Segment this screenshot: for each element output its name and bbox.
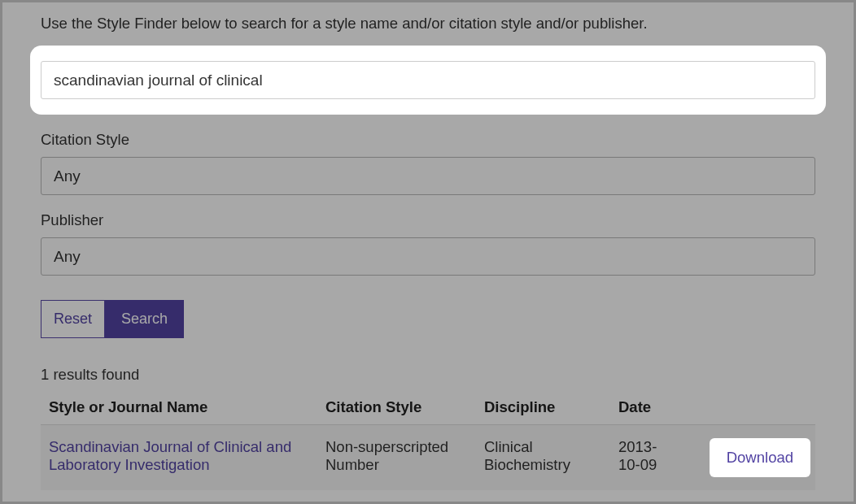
style-name-search-input[interactable]	[41, 61, 815, 99]
search-panel	[30, 46, 826, 115]
download-button[interactable]: Download	[710, 438, 810, 477]
